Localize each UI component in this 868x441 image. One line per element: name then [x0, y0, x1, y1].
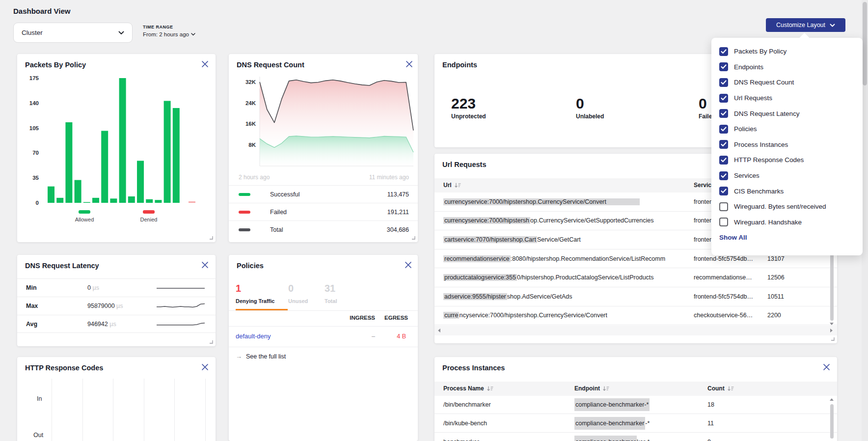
- menu-item-url-requests[interactable]: Url Requests: [719, 90, 863, 106]
- table-row[interactable]: benchmarkercompliance-benchmarker-*9: [434, 433, 837, 441]
- scroll-left-icon[interactable]: [438, 329, 440, 332]
- table-row[interactable]: /bin/kube-benchcompliance-benchmarker-*1…: [434, 414, 837, 433]
- sort-icon: [728, 386, 734, 391]
- column-header-count[interactable]: Count: [707, 385, 734, 392]
- gridline: [113, 379, 113, 441]
- show-all-link[interactable]: Show All: [719, 234, 863, 241]
- legend-row-total: Total304,686: [229, 220, 418, 238]
- latency-row-avg: Avg946942 µs: [17, 315, 216, 333]
- stat-value: 0: [576, 96, 604, 111]
- x-axis-label-left: 2 hours ago: [239, 174, 270, 181]
- url-highlight: recommendationservice: [443, 255, 511, 262]
- resize-handle-icon[interactable]: [831, 337, 835, 341]
- table-row[interactable]: adservice:9555/hipstershop.AdService/Get…: [434, 287, 837, 306]
- table-row[interactable]: productcatalogservice:3550/hipstershop.P…: [434, 268, 837, 287]
- column-header-process-name[interactable]: Process Name: [443, 385, 493, 392]
- checkbox-unchecked-icon[interactable]: [719, 202, 728, 211]
- menu-item-dns-request-count[interactable]: DNS Request Count: [719, 75, 863, 90]
- card-title: HTTP Response Codes: [25, 364, 103, 372]
- checkbox-checked-icon[interactable]: [719, 187, 728, 195]
- gridline: [144, 379, 144, 441]
- process-instances-card: Process Instances Process Name Endpoint …: [434, 357, 837, 441]
- scroll-right-icon[interactable]: [830, 329, 833, 332]
- url-cell: productcatalogservice:3550/hipstershop.P…: [443, 274, 654, 281]
- page-scrollbar-thumb[interactable]: [863, 2, 867, 85]
- url-highlight: currencyservice:7000/hipstershop.Currenc…: [443, 198, 640, 205]
- menu-items: Packets By PolicyEndpointsDNS Request Co…: [719, 44, 863, 230]
- scroll-down-icon[interactable]: [830, 323, 834, 325]
- menu-item-wireguard-bytes-sent-received[interactable]: Wireguard. Bytes sent/received: [719, 199, 863, 215]
- gridline: [174, 379, 175, 441]
- checkbox-checked-icon[interactable]: [719, 62, 728, 71]
- latency-unit: µs: [91, 284, 99, 291]
- time-range: TIME RANGE From: 2 hours ago: [143, 25, 195, 37]
- table-row[interactable]: /bin/benchmarkercompliance-benchmarker-*…: [434, 395, 837, 414]
- latency-label: Min: [26, 284, 37, 291]
- latency-label: Max: [26, 303, 38, 309]
- table-vertical-scrollbar[interactable]: [830, 404, 834, 439]
- endpoint-cell: compliance-benchmarker-*: [574, 401, 650, 408]
- checkbox-checked-icon[interactable]: [719, 78, 728, 87]
- customize-layout-button[interactable]: Customize Layout: [766, 18, 845, 32]
- view-selector[interactable]: Cluster: [13, 23, 133, 43]
- service-cell: frontend-5fc5754db…: [694, 255, 763, 262]
- menu-item-label: Wireguard. Bytes sent/received: [734, 203, 826, 210]
- menu-item-services[interactable]: Services: [719, 168, 863, 184]
- checkbox-checked-icon[interactable]: [719, 156, 728, 165]
- checkbox-checked-icon[interactable]: [719, 140, 728, 149]
- menu-item-packets-by-policy[interactable]: Packets By Policy: [719, 44, 863, 59]
- legend-label-allowed: Allowed: [67, 217, 102, 222]
- close-icon[interactable]: [201, 363, 209, 371]
- tab-denying-traffic[interactable]: 1 Denying Traffic: [236, 283, 274, 304]
- endpoint-text: -*: [645, 420, 650, 427]
- checkbox-checked-icon[interactable]: [719, 109, 728, 118]
- policy-egress-value: 4 B: [383, 333, 406, 340]
- menu-item-process-instances[interactable]: Process Instances: [719, 137, 863, 153]
- see-full-list-link[interactable]: → See the full list: [236, 353, 286, 360]
- tab-total[interactable]: 31 Total: [325, 283, 337, 304]
- close-icon[interactable]: [823, 363, 830, 371]
- menu-item-endpoints[interactable]: Endpoints: [719, 59, 863, 75]
- tab-unused[interactable]: 0 Unused: [288, 283, 308, 304]
- checkbox-checked-icon[interactable]: [719, 171, 728, 180]
- column-header-endpoint[interactable]: Endpoint: [574, 385, 609, 392]
- column-header-url[interactable]: Url: [443, 182, 461, 189]
- menu-item-http-response-codes[interactable]: HTTP Response Codes: [719, 152, 863, 168]
- table-horizontal-scrollbar[interactable]: [434, 326, 837, 335]
- svg-text:16K: 16K: [245, 121, 256, 127]
- resize-handle-icon[interactable]: [209, 236, 213, 240]
- stat-label: Unprotected: [451, 113, 486, 120]
- url-highlight: adservice:9555/hipster: [443, 293, 507, 300]
- menu-item-cis-benchmarks[interactable]: CIS Benchmarks: [719, 183, 863, 199]
- menu-item-dns-request-latency[interactable]: DNS Request Latency: [719, 106, 863, 121]
- url-cell: cartservice:7070/hipstershop.CartService…: [443, 236, 581, 243]
- card-title: Policies: [237, 262, 264, 270]
- close-icon[interactable]: [201, 60, 209, 68]
- resize-handle-icon[interactable]: [209, 340, 213, 344]
- checkbox-checked-icon[interactable]: [719, 125, 728, 134]
- table-row[interactable]: currencyservice:7000/hipstershop.Currenc…: [434, 306, 837, 326]
- checkbox-checked-icon[interactable]: [719, 94, 728, 103]
- time-range-value[interactable]: From: 2 hours ago: [143, 31, 195, 37]
- checkbox-unchecked-icon[interactable]: [719, 218, 728, 226]
- menu-item-label: Wireguard. Handshake: [734, 219, 802, 226]
- url-text: Service/GetCart: [537, 236, 581, 243]
- scroll-up-icon[interactable]: [830, 398, 834, 401]
- column-header-ingress: INGRESS: [341, 315, 375, 321]
- checkbox-checked-icon[interactable]: [719, 47, 728, 56]
- card-title: DNS Request Latency: [25, 262, 99, 270]
- policy-link-default-deny[interactable]: default-deny: [236, 332, 271, 340]
- service-cell: recommendationse…: [694, 274, 763, 281]
- resize-handle-icon[interactable]: [411, 236, 415, 240]
- x-axis-label-right: 11 minutes ago: [369, 174, 409, 181]
- close-icon[interactable]: [406, 60, 413, 68]
- legend-swatch-successful: [239, 193, 250, 196]
- close-icon[interactable]: [201, 261, 209, 269]
- endpoint-cell: compliance-benchmarker-*: [574, 420, 650, 427]
- menu-item-policies[interactable]: Policies: [719, 121, 863, 137]
- menu-item-wireguard-handshake[interactable]: Wireguard. Handshake: [719, 215, 863, 230]
- dns-request-count-card: DNS Request Count 8K16K24K32K 2 hours ag…: [229, 54, 418, 242]
- svg-text:105: 105: [29, 125, 39, 131]
- close-icon[interactable]: [405, 261, 412, 269]
- url-text: shop.AdService/GetAds: [507, 293, 572, 300]
